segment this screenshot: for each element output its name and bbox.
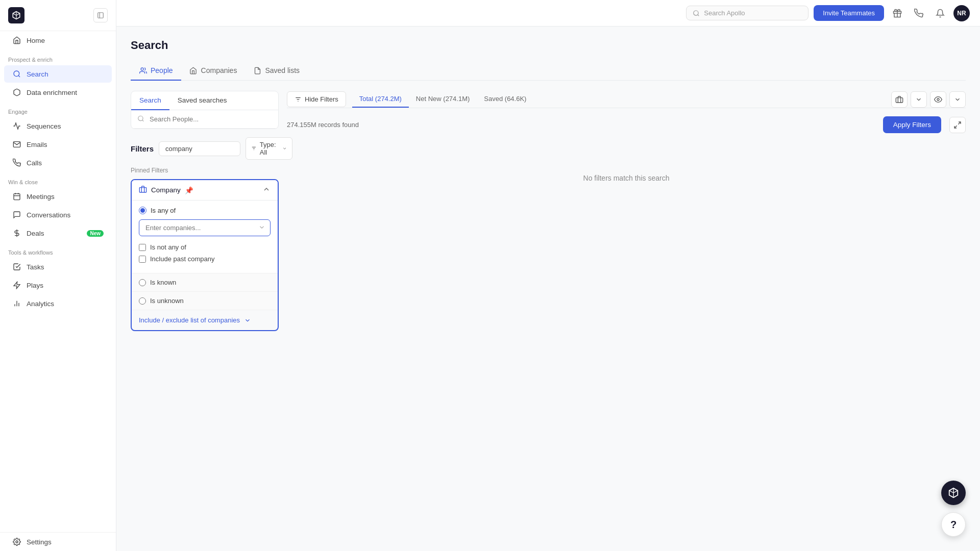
records-info: 274.155M records found Apply Filters [287, 116, 966, 133]
is-any-of-option[interactable]: Is any of [139, 207, 271, 214]
search-panel-tabs: Search Saved searches [131, 91, 278, 110]
sidebar-item-tasks[interactable]: Tasks [4, 258, 112, 276]
calls-icon [12, 158, 21, 167]
sidebar-item-settings[interactable]: Settings [4, 533, 112, 550]
global-search-label: Search Apollo [704, 9, 745, 17]
sidebar-item-analytics[interactable]: Analytics [4, 295, 112, 312]
tab-saved-lists[interactable]: Saved lists [245, 61, 308, 81]
companies-input-wrap [139, 219, 271, 236]
invite-teammates-button[interactable]: Invite Teammates [814, 5, 884, 21]
result-tab-total[interactable]: Total (274.2M) [352, 91, 409, 108]
is-not-any-of-option[interactable]: Is not any of [139, 243, 271, 251]
include-exclude-btn[interactable]: Include / exclude list of companies [132, 310, 278, 330]
svg-rect-0 [98, 13, 104, 18]
help-icon: ? [950, 519, 957, 531]
search-people-icon [137, 115, 144, 123]
search-icon [12, 69, 21, 79]
company-filter-card: Company 📌 Is any of [131, 179, 279, 331]
type-dropdown[interactable]: Type: All [246, 137, 292, 160]
expand-button[interactable] [949, 117, 966, 133]
svg-line-30 [958, 122, 961, 124]
is-known-option[interactable]: Is known [132, 273, 278, 291]
sidebar-item-search[interactable]: Search [4, 65, 112, 83]
sidebar-item-sequences[interactable]: Sequences [4, 117, 112, 135]
include-past-checkbox[interactable] [139, 256, 146, 263]
sidebar-header [0, 0, 116, 31]
is-known-radio[interactable] [139, 279, 146, 286]
sidebar-item-calls[interactable]: Calls [4, 154, 112, 171]
page-title: Search [131, 39, 966, 52]
view-toggle-button[interactable] [930, 91, 946, 108]
section-label-tools: Tools & workflows [0, 242, 116, 258]
section-label-prospect: Prospect & enrich [0, 49, 116, 65]
apollo-fab[interactable] [941, 481, 966, 505]
pin-icon: 📌 [185, 186, 193, 194]
data-enrichment-icon [12, 88, 21, 97]
filters-header: Filters Type: All [131, 137, 279, 160]
sidebar: Home Prospect & enrich Search Data enric… [0, 0, 116, 551]
search-people-input[interactable] [131, 110, 278, 128]
sidebar-item-label: Data enrichment [27, 89, 77, 96]
svg-point-2 [14, 71, 19, 77]
sidebar-item-emails[interactable]: Emails [4, 136, 112, 153]
sidebar-toggle-btn[interactable] [93, 8, 108, 22]
svg-line-15 [698, 14, 699, 16]
tab-people-label: People [151, 66, 173, 74]
saved-searches-tab[interactable]: Saved searches [169, 91, 235, 110]
result-tab-net-new[interactable]: Net New (274.1M) [409, 91, 477, 108]
help-fab[interactable]: ? [941, 512, 966, 537]
hide-filters-button[interactable]: Hide Filters [287, 91, 346, 107]
hide-filters-label: Hide Filters [305, 95, 338, 103]
is-not-any-of-checkbox[interactable] [139, 244, 146, 251]
is-unknown-radio[interactable] [139, 297, 146, 305]
section-label-win: Win & close [0, 172, 116, 187]
main-content: Search Apollo Invite Teammates NR Search… [116, 0, 980, 551]
sidebar-item-deals[interactable]: Deals New [4, 224, 112, 242]
sidebar-item-conversations[interactable]: Conversations [4, 206, 112, 223]
sidebar-item-label: Meetings [27, 193, 55, 201]
filter-card-title: Company 📌 [139, 185, 193, 195]
search-tab[interactable]: Search [131, 91, 169, 110]
svg-marker-9 [14, 282, 20, 288]
chevron-down-icon [244, 317, 251, 324]
sidebar-item-home[interactable]: Home [4, 32, 112, 49]
eye-icon [934, 95, 942, 104]
filter-sidebar: Search Saved searches Filters [131, 91, 279, 336]
filter-search-input[interactable] [159, 141, 240, 156]
companies-input[interactable] [139, 219, 271, 236]
global-search[interactable]: Search Apollo [686, 6, 808, 20]
result-tab-saved[interactable]: Saved (64.6K) [477, 91, 533, 108]
filter-icon [251, 145, 257, 152]
sidebar-item-data-enrichment[interactable]: Data enrichment [4, 84, 112, 101]
gift-icon[interactable] [889, 5, 905, 21]
companies-tab-icon [189, 66, 198, 74]
tab-people[interactable]: People [131, 61, 181, 81]
is-not-any-of-label: Is not any of [150, 243, 186, 251]
include-past-company-option[interactable]: Include past company [139, 255, 271, 263]
save-search-button[interactable] [891, 91, 908, 108]
tab-companies-label: Companies [201, 66, 237, 74]
sidebar-item-label: Plays [27, 282, 43, 289]
bell-icon[interactable] [932, 5, 948, 21]
filter-card-header[interactable]: Company 📌 [132, 180, 278, 200]
filters-section: Filters Type: All Pinned Filters [131, 137, 279, 331]
is-unknown-option[interactable]: Is unknown [132, 291, 278, 310]
records-count: 274.155M records found [287, 121, 359, 129]
search-icon [693, 10, 700, 17]
sidebar-item-meetings[interactable]: Meetings [4, 188, 112, 205]
sidebar-item-plays[interactable]: Plays [4, 277, 112, 294]
more-options-btn[interactable] [949, 91, 966, 108]
logo-icon[interactable] [8, 7, 24, 23]
dropdown-icon-btn[interactable] [911, 91, 927, 108]
filter-options: Is any of Is not any of [132, 200, 278, 273]
svg-point-18 [141, 67, 143, 70]
user-avatar[interactable]: NR [953, 5, 970, 21]
meetings-icon [12, 192, 21, 201]
apply-filters-button[interactable]: Apply Filters [883, 116, 941, 133]
filter-icon [295, 96, 302, 103]
is-any-of-radio[interactable] [139, 207, 146, 214]
phone-icon[interactable] [911, 5, 927, 21]
plays-icon [12, 281, 21, 290]
chevron-down-icon [282, 145, 287, 152]
tab-companies[interactable]: Companies [181, 61, 246, 81]
